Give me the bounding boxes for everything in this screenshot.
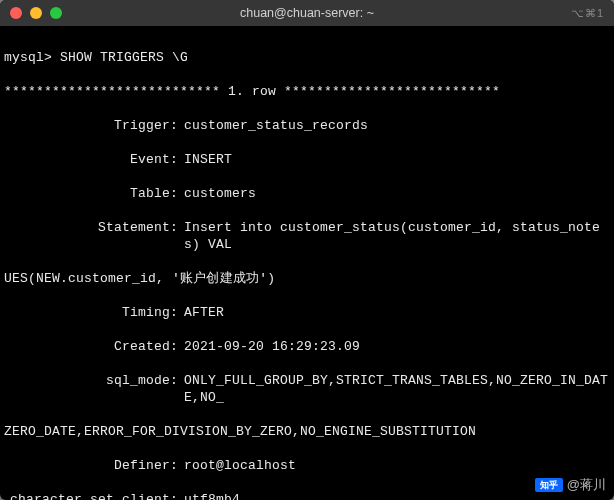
field-statement: Statement:Insert into customer_status(cu… <box>4 219 610 253</box>
field-event: Event:INSERT <box>4 151 610 168</box>
field-sql-mode-wrap: ZERO_DATE,ERROR_FOR_DIVISION_BY_ZERO,NO_… <box>4 423 610 440</box>
field-sql-mode: sql_mode:ONLY_FULL_GROUP_BY,STRICT_TRANS… <box>4 372 610 406</box>
maximize-icon[interactable] <box>50 7 62 19</box>
minimize-icon[interactable] <box>30 7 42 19</box>
terminal-window: chuan@chuan-server: ~ ⌥⌘1 mysql> SHOW TR… <box>0 0 614 500</box>
field-timing: Timing:AFTER <box>4 304 610 321</box>
command-line: mysql> SHOW TRIGGERS \G <box>4 49 610 66</box>
field-charset: character_set_client:utf8mb4 <box>4 491 610 500</box>
field-definer: Definer:root@localhost <box>4 457 610 474</box>
field-trigger: Trigger:customer_status_records <box>4 117 610 134</box>
field-table: Table:customers <box>4 185 610 202</box>
field-statement-wrap: UES(NEW.customer_id, '账户创建成功') <box>4 270 610 287</box>
row-separator: *************************** 1. row *****… <box>4 83 610 100</box>
close-icon[interactable] <box>10 7 22 19</box>
titlebar: chuan@chuan-server: ~ ⌥⌘1 <box>0 0 614 26</box>
window-title: chuan@chuan-server: ~ <box>0 6 614 20</box>
traffic-lights <box>10 7 62 19</box>
field-created: Created:2021-09-20 16:29:23.09 <box>4 338 610 355</box>
terminal-output[interactable]: mysql> SHOW TRIGGERS \G ****************… <box>0 26 614 500</box>
command-text: SHOW TRIGGERS \G <box>60 50 188 65</box>
prompt: mysql> <box>4 50 60 65</box>
pane-indicator: ⌥⌘1 <box>571 7 604 20</box>
